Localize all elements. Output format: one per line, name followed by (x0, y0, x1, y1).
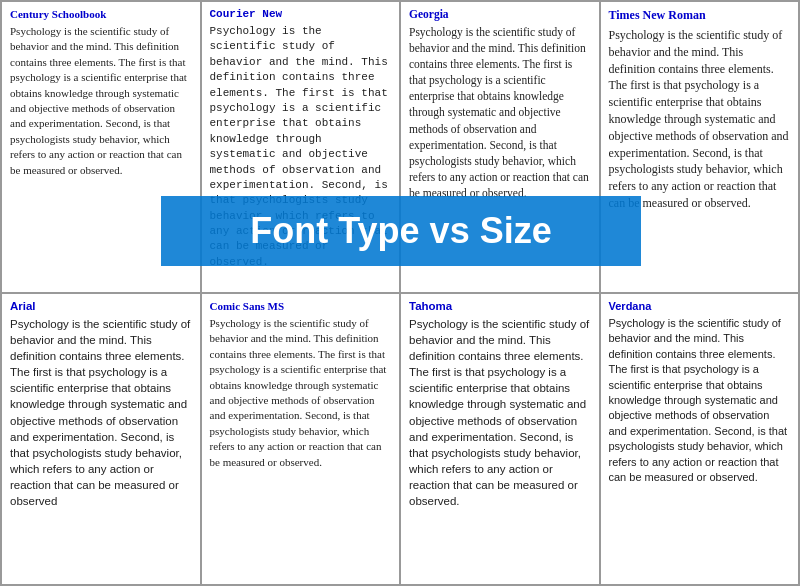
banner-overlay: Font Type vs Size (161, 196, 641, 266)
cell-title-verdana: Verdana (609, 300, 791, 312)
cell-title-comic: Comic Sans MS (210, 300, 392, 312)
cell-title-century: Century Schoolbook (10, 8, 192, 20)
font-comparison-grid: Century SchoolbookPsychology is the scie… (0, 0, 800, 586)
cell-title-tahoma: Tahoma (409, 300, 591, 312)
cell-comic: Comic Sans MSPsychology is the scientifi… (201, 293, 401, 585)
cell-title-arial: Arial (10, 300, 192, 312)
cell-body-century: Psychology is the scientific study of be… (10, 25, 187, 176)
cell-title-courier: Courier New (210, 8, 392, 20)
cell-body-times: Psychology is the scientific study of be… (609, 28, 789, 210)
cell-body-arial: Psychology is the scientific study of be… (10, 318, 190, 507)
cell-verdana: VerdanaPsychology is the scientific stud… (600, 293, 800, 585)
cell-tahoma: TahomaPsychology is the scientific study… (400, 293, 600, 585)
cell-arial: ArialPsychology is the scientific study … (1, 293, 201, 585)
cell-title-times: Times New Roman (609, 8, 791, 23)
cell-body-comic: Psychology is the scientific study of be… (210, 317, 387, 468)
cell-body-tahoma: Psychology is the scientific study of be… (409, 318, 589, 507)
banner-text: Font Type vs Size (250, 210, 551, 252)
cell-body-verdana: Psychology is the scientific study of be… (609, 317, 788, 483)
cell-title-georgia: Georgia (409, 8, 591, 20)
cell-body-georgia: Psychology is the scientific study of be… (409, 26, 589, 199)
